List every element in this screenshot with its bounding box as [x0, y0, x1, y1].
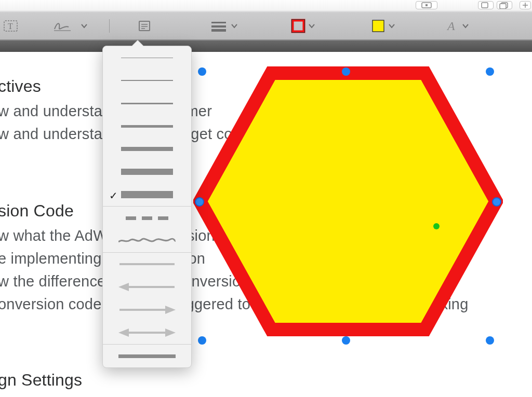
doc-heading: sion Code: [0, 201, 74, 221]
line-endpoint-both[interactable]: [103, 321, 191, 344]
chevron-down-icon: [462, 21, 469, 31]
dropdown-pointer: [132, 40, 143, 46]
svg-rect-10: [211, 29, 226, 32]
svg-rect-13: [373, 20, 384, 32]
line-weight-option[interactable]: [103, 92, 191, 115]
fill-color-tool[interactable]: [365, 16, 401, 36]
line-weight-option[interactable]: [103, 69, 191, 92]
selection-handle-ne[interactable]: [486, 67, 494, 76]
note-tool[interactable]: [134, 16, 155, 36]
line-weight-dropdown: ✓: [102, 46, 192, 368]
svg-marker-18: [118, 283, 129, 291]
selection-handle-nw[interactable]: [198, 67, 206, 76]
titlebar-button-3[interactable]: [497, 1, 512, 9]
signature-tool[interactable]: [52, 16, 88, 36]
line-endpoint-none[interactable]: [103, 253, 191, 276]
chevron-down-icon: [231, 21, 237, 31]
window-titlebar: [0, 0, 532, 11]
line-weight-option[interactable]: [103, 46, 191, 69]
chevron-down-icon: [389, 21, 395, 31]
font-style-tool[interactable]: A: [443, 16, 471, 36]
toolbar-separator: [109, 19, 110, 33]
svg-rect-4: [500, 4, 506, 9]
line-weight-tool[interactable]: [206, 16, 242, 36]
line-style-dashed[interactable]: [103, 207, 191, 229]
doc-heading: gn Settings: [0, 371, 82, 390]
selection-handle-se[interactable]: [486, 336, 494, 345]
line-weight-option[interactable]: [103, 138, 191, 160]
titlebar-button-4[interactable]: [520, 1, 531, 9]
doc-heading: ctives: [0, 77, 41, 96]
svg-rect-1: [425, 4, 428, 6]
markup-toolbar: T A: [0, 11, 532, 40]
svg-marker-22: [118, 328, 129, 337]
line-endpoint-start[interactable]: [103, 276, 191, 298]
text-tool[interactable]: T: [1, 16, 22, 36]
svg-rect-8: [211, 22, 226, 23]
doc-line: onversion code has been triggered to an …: [0, 296, 468, 313]
window-chrome-strip: [0, 40, 532, 52]
shape-adjust-handle[interactable]: [433, 223, 440, 229]
titlebar-button-2[interactable]: [478, 1, 494, 9]
svg-marker-20: [165, 306, 176, 314]
doc-line: w and understand how to target conversio…: [0, 126, 446, 143]
line-weight-option[interactable]: [103, 160, 191, 183]
stroke-color-tool[interactable]: [285, 16, 321, 36]
document-page: ctives w and understand the customer w a…: [0, 52, 532, 397]
line-endpoint-end[interactable]: [103, 298, 191, 321]
selection-handle-n[interactable]: [342, 67, 350, 76]
line-weight-option[interactable]: [103, 115, 191, 138]
selection-handle-e[interactable]: [492, 197, 501, 207]
selection-handle-w[interactable]: [195, 197, 204, 207]
svg-marker-23: [165, 328, 176, 337]
checkmark-icon: ✓: [109, 189, 118, 202]
svg-rect-7: [139, 21, 150, 31]
svg-rect-2: [482, 3, 488, 8]
doc-line: w the difference between Conversions & C…: [0, 273, 435, 290]
selection-handle-s[interactable]: [342, 336, 350, 345]
selection-handle-sw[interactable]: [198, 336, 206, 345]
svg-text:T: T: [8, 22, 13, 31]
titlebar-button-1[interactable]: [416, 1, 437, 9]
svg-rect-11: [292, 20, 304, 32]
line-style-scribble[interactable]: [103, 229, 191, 252]
chevron-down-icon: [81, 21, 87, 31]
line-weight-custom[interactable]: [103, 345, 191, 367]
chevron-down-icon: [309, 21, 315, 31]
svg-rect-9: [211, 25, 226, 28]
line-weight-option-selected[interactable]: ✓: [103, 183, 191, 206]
svg-text:A: A: [446, 19, 455, 33]
